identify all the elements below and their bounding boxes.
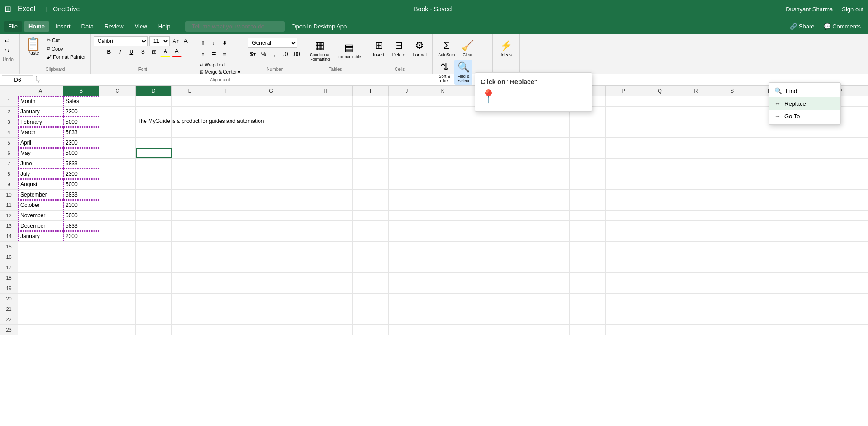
cell-a14[interactable]: January: [18, 231, 63, 241]
cell-n10[interactable]: [533, 190, 570, 200]
cell-k7[interactable]: [425, 159, 461, 169]
col-header-d[interactable]: D: [136, 86, 172, 96]
format-painter-button[interactable]: 🖌 Format Painter: [45, 53, 88, 61]
cell-o8[interactable]: [570, 169, 606, 179]
cell-l15[interactable]: [461, 242, 497, 252]
cell-n22[interactable]: [533, 314, 570, 324]
cell-a16[interactable]: [18, 252, 63, 262]
col-header-i[interactable]: I: [353, 86, 389, 96]
cell-j6[interactable]: [389, 148, 425, 158]
cell-l16[interactable]: [461, 252, 497, 262]
cell-e13[interactable]: [172, 221, 208, 231]
col-header-k[interactable]: K: [425, 86, 461, 96]
cell-c10[interactable]: [99, 190, 136, 200]
align-right-button[interactable]: ≡: [220, 50, 230, 60]
autosum-button[interactable]: Σ AutoSum: [435, 38, 458, 59]
cell-o17[interactable]: [570, 262, 606, 272]
cell-m6[interactable]: [497, 148, 533, 158]
cell-h23[interactable]: [298, 325, 353, 335]
cell-m17[interactable]: [497, 262, 533, 272]
cell-h17[interactable]: [298, 262, 353, 272]
cell-n3[interactable]: [533, 117, 570, 127]
number-format-select[interactable]: General: [248, 38, 297, 48]
cell-l19[interactable]: [461, 283, 497, 293]
cell-b21[interactable]: [63, 304, 99, 314]
cell-n9[interactable]: [533, 179, 570, 189]
merge-center-button[interactable]: ⊞ Merge & Center ▾: [198, 69, 242, 75]
cell-l22[interactable]: [461, 314, 497, 324]
cell-f7[interactable]: [208, 159, 244, 169]
cell-i2[interactable]: [353, 107, 389, 117]
cell-f12[interactable]: [208, 211, 244, 220]
cell-k9[interactable]: [425, 179, 461, 189]
cell-b2[interactable]: 2300: [63, 107, 99, 117]
cell-n20[interactable]: [533, 294, 570, 304]
col-header-b[interactable]: B: [63, 86, 99, 96]
cell-i20[interactable]: [353, 294, 389, 304]
row-header-18[interactable]: 18: [0, 273, 18, 283]
cell-f23[interactable]: [208, 325, 244, 335]
cell-m20[interactable]: [497, 294, 533, 304]
cell-m14[interactable]: [497, 231, 533, 241]
cell-e15[interactable]: [172, 242, 208, 252]
row-header-15[interactable]: 15: [0, 242, 18, 252]
cell-h8[interactable]: [298, 169, 353, 179]
cell-a22[interactable]: [18, 314, 63, 324]
cell-d8[interactable]: [136, 169, 172, 179]
cell-l10[interactable]: [461, 190, 497, 200]
cell-l13[interactable]: [461, 221, 497, 231]
cell-h5[interactable]: [298, 138, 353, 148]
cell-o20[interactable]: [570, 294, 606, 304]
cell-b16[interactable]: [63, 252, 99, 262]
cell-k10[interactable]: [425, 190, 461, 200]
cell-d18[interactable]: [136, 273, 172, 283]
cell-d20[interactable]: [136, 294, 172, 304]
cell-g14[interactable]: [244, 231, 298, 241]
cell-i12[interactable]: [353, 211, 389, 220]
cell-e9[interactable]: [172, 179, 208, 189]
cell-h1[interactable]: [298, 96, 353, 106]
cell-j4[interactable]: [389, 127, 425, 137]
cell-h10[interactable]: [298, 190, 353, 200]
cell-i19[interactable]: [353, 283, 389, 293]
copy-button[interactable]: ⧉ Copy: [45, 45, 88, 52]
decrease-decimal-button[interactable]: .00: [291, 49, 301, 59]
cell-d4[interactable]: [136, 127, 172, 137]
cell-reference[interactable]: [2, 75, 33, 84]
cell-g8[interactable]: [244, 169, 298, 179]
cell-n21[interactable]: [533, 304, 570, 314]
cell-j3[interactable]: [389, 117, 425, 127]
format-button[interactable]: ⚙ Format: [410, 38, 430, 59]
cell-o22[interactable]: [570, 314, 606, 324]
cell-k2[interactable]: [425, 107, 461, 117]
cell-i18[interactable]: [353, 273, 389, 283]
font-size-select[interactable]: 11: [149, 36, 170, 46]
cell-f16[interactable]: [208, 252, 244, 262]
cell-a21[interactable]: [18, 304, 63, 314]
cell-j8[interactable]: [389, 169, 425, 179]
decrease-font-button[interactable]: A↓: [182, 36, 192, 46]
cell-k11[interactable]: [425, 200, 461, 210]
cell-f17[interactable]: [208, 262, 244, 272]
cell-o23[interactable]: [570, 325, 606, 335]
cell-f4[interactable]: [208, 127, 244, 137]
cell-h16[interactable]: [298, 252, 353, 262]
cell-n7[interactable]: [533, 159, 570, 169]
cell-a6[interactable]: May: [18, 148, 63, 158]
cell-a9[interactable]: August: [18, 179, 63, 189]
conditional-formatting-button[interactable]: ▦ ConditionalFormatting: [307, 38, 333, 63]
cell-n11[interactable]: [533, 200, 570, 210]
col-header-e[interactable]: E: [172, 86, 208, 96]
bold-button[interactable]: B: [104, 47, 114, 57]
cell-o15[interactable]: [570, 242, 606, 252]
cell-d7[interactable]: [136, 159, 172, 169]
cell-m23[interactable]: [497, 325, 533, 335]
comments-button[interactable]: 💬 Comments: [820, 21, 864, 32]
cell-c20[interactable]: [99, 294, 136, 304]
cell-f8[interactable]: [208, 169, 244, 179]
cell-g16[interactable]: [244, 252, 298, 262]
cell-e8[interactable]: [172, 169, 208, 179]
cell-h4[interactable]: [298, 127, 353, 137]
cell-i1[interactable]: [353, 96, 389, 106]
cell-e21[interactable]: [172, 304, 208, 314]
